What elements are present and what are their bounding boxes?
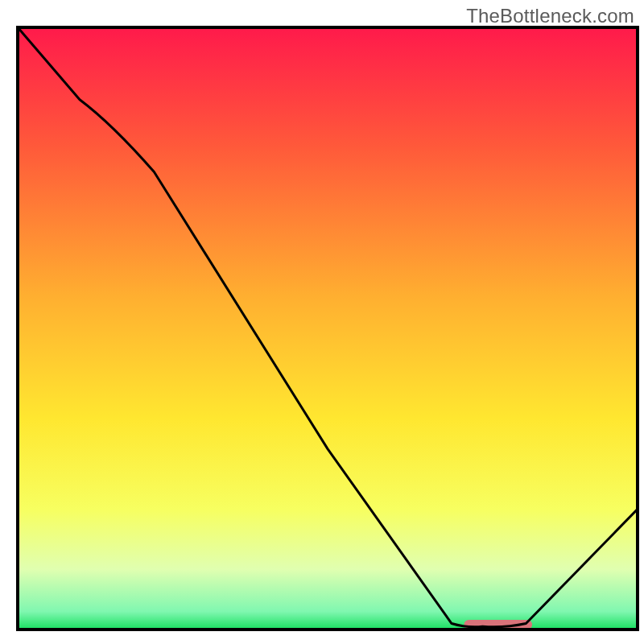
- chart-container: { "watermark": "TheBottleneck.com", "cha…: [0, 0, 644, 644]
- plot-background: [18, 27, 638, 630]
- bottleneck-chart: [0, 0, 644, 644]
